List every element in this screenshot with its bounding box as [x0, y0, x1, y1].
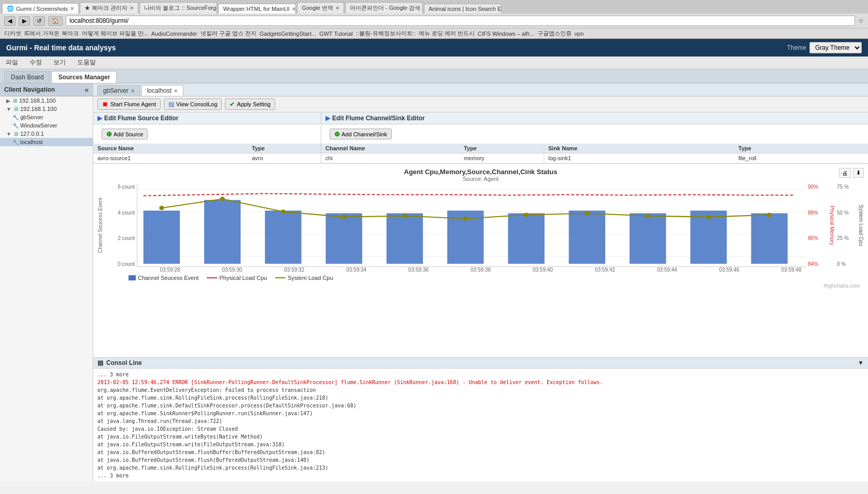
console-area: ▤ Consol Line ▼ ... 3 more 2013-02-05 12…: [93, 357, 868, 482]
browser-tab-0[interactable]: 🌐 Gurmi / Screenshots ✕: [2, 3, 79, 13]
home-button[interactable]: 🏠: [48, 16, 63, 26]
browser-tab-2[interactable]: 나비의 블로그 :: SourceForge... ✕: [139, 2, 217, 13]
reload-button[interactable]: ↺: [33, 16, 45, 26]
bookmark-8[interactable]: 메뉴 로딩 예러 반드시: [419, 30, 475, 37]
sink-row-0[interactable]: log-sink1 file_roll: [544, 153, 868, 163]
view-console-button[interactable]: ▤ View ConsolLog: [164, 98, 222, 110]
x-1: 03:59:30: [222, 267, 242, 273]
add-channel-button[interactable]: ⊕ Add Channel/Sink: [330, 129, 392, 139]
tab-dashboard-label: Dash Board: [11, 74, 44, 81]
tab-label-2: 나비의 블로그 :: SourceForge...: [144, 4, 217, 12]
start-flume-label: Start Flume Agent: [110, 101, 156, 107]
tab-close-5[interactable]: ✕: [422, 5, 423, 11]
menu-edit[interactable]: 수정: [28, 58, 44, 67]
chart-print-button[interactable]: 🖨: [839, 168, 851, 178]
theme-label: Theme: [787, 44, 806, 51]
browser-tab-5[interactable]: 아이콘파인더 - Google 검색 ✕: [345, 2, 423, 13]
x-7: 03:59:42: [595, 267, 615, 273]
bookmark-2[interactable]: 어떻게 웨이브 파일을 만...: [82, 30, 148, 37]
tab-close-3[interactable]: ✕: [292, 6, 296, 12]
folder-icon-3: 🖥: [13, 131, 19, 137]
bookmark-7[interactable]: ::볼링-유해정보사이트::: [356, 30, 416, 37]
tab-close-4[interactable]: ✕: [335, 5, 339, 11]
add-source-label: Add Source: [113, 131, 143, 137]
sidebar-item-windowserver[interactable]: 🔧 WindowServer: [0, 121, 93, 130]
bookmark-1[interactable]: IE에서 가져온 북마크: [24, 30, 79, 37]
sidebar-item-localhost[interactable]: 🔧 localhost: [0, 138, 93, 146]
legend-physical: Physical Load Cpu: [207, 275, 267, 281]
bookmark-0[interactable]: 디카셋: [4, 30, 21, 37]
start-flume-button[interactable]: ⏹ Start Flume Agent: [97, 98, 161, 110]
browser-chrome: 🌐 Gurmi / Screenshots ✕ ★ 북마크 관리자 ✕ 나비의 …: [0, 0, 868, 39]
menu-file[interactable]: 파일: [4, 58, 20, 67]
channel-row-0[interactable]: chi memory: [321, 153, 544, 163]
bookmark-9[interactable]: CIFS Windows – alfr...: [478, 31, 534, 37]
chart-svg-container: [137, 184, 806, 267]
chart-download-button[interactable]: ⬇: [853, 168, 864, 178]
channel-row-0-type: memory: [460, 153, 544, 163]
channel-editor-title: Edit Flume Channel/Sink Editor: [332, 115, 425, 122]
console-line-8: at java.io.FileOutputStream.writeBytes(N…: [97, 433, 864, 441]
tab-sources-manager[interactable]: Sources Manager: [51, 71, 117, 83]
bookmark-6[interactable]: GWT Tutorial: [319, 31, 353, 37]
tab-favicon-0: 🌐: [7, 5, 14, 12]
menu-bar: 파일 수정 보기 도움말: [0, 57, 868, 69]
tab-close-0[interactable]: ✕: [70, 6, 74, 11]
browser-tab-4[interactable]: Google 번역 ✕: [297, 2, 344, 13]
address-input[interactable]: [66, 16, 855, 26]
forward-button[interactable]: ▶: [19, 16, 30, 26]
theme-select[interactable]: Gray Theme Blue Theme Dark Theme: [809, 42, 862, 53]
console-icon: ▤: [97, 359, 103, 366]
agent-tab-localhost-close[interactable]: ✕: [174, 88, 178, 94]
source-col-name: Source Name: [93, 144, 248, 153]
x-6: 03:59:40: [533, 267, 553, 273]
tree-icon-localhost: 🔧: [12, 139, 19, 145]
agent-tab-localhost[interactable]: localhost ✕: [141, 85, 183, 96]
agent-tab-gbserver-label: gbServer: [103, 87, 129, 94]
svg-point-17: [281, 209, 286, 214]
y-left-4: 4 count: [118, 210, 135, 216]
console-collapse-icon[interactable]: ▼: [858, 359, 864, 366]
bookmark-10[interactable]: 구글앱스인증: [537, 30, 572, 37]
svg-point-19: [402, 214, 407, 218]
bookmark-11[interactable]: vpn: [575, 31, 584, 37]
back-button[interactable]: ◀: [4, 16, 16, 26]
menu-view[interactable]: 보기: [52, 58, 67, 67]
bookmark-3[interactable]: AudioCommander: [151, 31, 197, 37]
browser-tab-1[interactable]: ★ 북마크 관리자 ✕: [80, 2, 138, 13]
sink-col-type: Type: [734, 144, 868, 153]
svg-rect-6: [265, 210, 301, 264]
tab-label-4: Google 번역: [302, 4, 333, 12]
tab-dashboard[interactable]: Dash Board: [4, 71, 50, 83]
agent-tab-gbserver[interactable]: gbServer ✕: [97, 85, 140, 96]
y-right2-50: 50 %: [837, 210, 849, 216]
legend-system-line: [275, 277, 286, 278]
x-3: 03:59:34: [346, 267, 366, 273]
agent-tab-gbserver-close[interactable]: ✕: [131, 88, 135, 94]
add-source-button[interactable]: ⊕ Add Source: [102, 129, 148, 139]
browser-tab-3[interactable]: Wrapper HTML for MainUI ✕: [218, 4, 296, 13]
sidebar-item-gbserver[interactable]: 🔧 gbServer: [0, 113, 93, 121]
sidebar-item-192-2[interactable]: ▼ 🖥 192.168.1.100: [0, 105, 93, 113]
svg-point-18: [341, 215, 346, 219]
sidebar-item-192-1[interactable]: ▶ 🖥 192.168.1.100: [0, 96, 93, 105]
editor-panels: ▶ Edit Flume Source Editor ⊕ Add Source …: [93, 112, 868, 164]
menu-help[interactable]: 도움말: [76, 58, 97, 67]
page-tabs: Dash Board Sources Manager: [0, 69, 868, 83]
star-icon[interactable]: ☆: [858, 17, 864, 24]
console-line-2: org.apache.flume.EventDeliveryException:…: [97, 386, 864, 394]
sidebar-toggle[interactable]: «: [84, 86, 89, 94]
legend-system-label: System Load Cpu: [288, 275, 333, 281]
apply-setting-button[interactable]: ✔ Apply Setting: [225, 98, 275, 110]
expand-icon-2: ▼: [6, 106, 11, 112]
browser-tab-6[interactable]: Animal icons | Icon Search E... ✕: [424, 4, 502, 13]
channel-header-icon: ▶: [325, 115, 330, 122]
source-row-0[interactable]: avro-source1 avro: [93, 153, 321, 163]
bookmark-4[interactable]: 넷킬러 구글 앱스 전지: [201, 30, 257, 37]
bookmark-5[interactable]: GadgetsGettingStart...: [260, 31, 316, 37]
sidebar-item-127[interactable]: ▼ 🖥 127.0.0.1: [0, 130, 93, 138]
sidebar: Client Navigation « ▶ 🖥 192.168.1.100 ▼ …: [0, 83, 93, 482]
tab-close-1[interactable]: ✕: [130, 5, 134, 11]
channel-sink-tables: Channel Name Type chi memory: [321, 144, 868, 163]
add-source-icon: ⊕: [106, 130, 112, 138]
